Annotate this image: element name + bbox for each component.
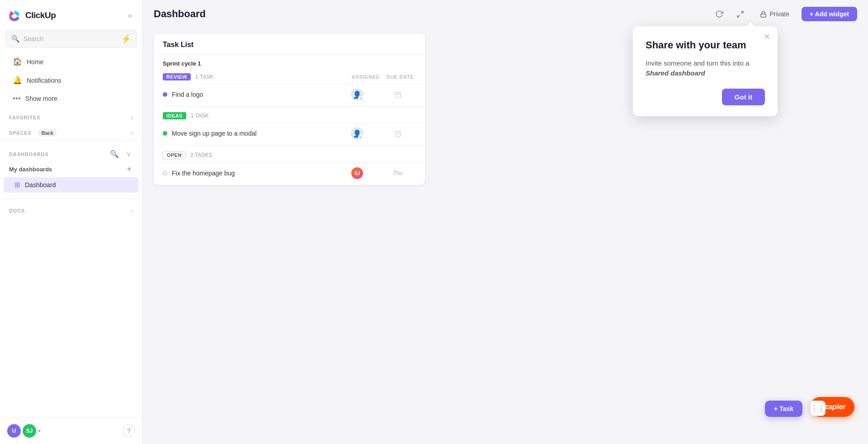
task-row[interactable]: Move sign up page to a modal 👤 + <box>154 123 425 143</box>
assignee-avatar-user[interactable]: SJ <box>351 167 363 179</box>
clickup-logo-icon <box>7 8 22 23</box>
favorites-section: FAVORITES › <box>0 108 142 123</box>
popup-body-italic: Shared dashboard <box>646 69 705 77</box>
task-assignee-field[interactable]: 👤 + <box>339 89 375 100</box>
add-assignee-plus[interactable]: + <box>358 95 363 101</box>
task-count-review: 1 TASK <box>195 74 213 80</box>
home-icon: 🏠 <box>13 57 22 66</box>
add-task-button[interactable]: + Task <box>765 401 802 417</box>
help-button[interactable]: ? <box>123 425 135 437</box>
task-group-review-header: REVIEW 1 TASK ASSIGNEE DUE DATE <box>154 70 425 84</box>
dashboards-section-header: DASHBOARDS 🔍 ∨ <box>0 142 142 161</box>
task-name-homepage-bug: Fix the homepage bug <box>172 170 335 177</box>
spaces-section: SPACES Back › <box>0 123 142 138</box>
task-row[interactable]: Fix the homepage bug SJ Thu <box>154 163 425 183</box>
task-assignee-field[interactable]: 👤 + <box>339 128 375 139</box>
nav-home[interactable]: 🏠 Home <box>4 53 139 71</box>
nav-notifications[interactable]: 🔔 Notifications <box>4 71 139 89</box>
badge-review: REVIEW <box>163 73 191 80</box>
avatar-dropdown-arrow[interactable]: ▾ <box>38 428 41 434</box>
task-group-open-header: OPEN 2 TASKS <box>154 147 425 163</box>
task-count-open: 2 TASKS <box>190 152 212 158</box>
task-name-find-logo: Find a logo <box>172 91 335 98</box>
popup-footer: Got it <box>646 89 765 105</box>
private-label: Private <box>769 10 789 18</box>
sidebar-header: ClickUp « <box>0 0 142 27</box>
task-group-ideas: IDEAS 1 TASK Move sign up page to a moda… <box>154 109 425 143</box>
task-duedate-field[interactable]: Thu <box>380 170 416 176</box>
got-it-button[interactable]: Got it <box>722 89 765 105</box>
popup-title: Share with your team <box>646 39 765 52</box>
badge-open: OPEN <box>163 151 186 159</box>
main-content: Dashboard <box>143 0 868 444</box>
svg-rect-3 <box>395 92 400 97</box>
task-group-ideas-header: IDEAS 1 TASK <box>154 109 425 123</box>
nav-home-label: Home <box>27 58 43 66</box>
add-widget-button[interactable]: + Add widget <box>802 7 857 21</box>
docs-section-header: DOCS › <box>0 201 142 216</box>
dashboard-item-label: Dashboard <box>25 181 56 189</box>
dashboards-search-button[interactable]: 🔍 <box>108 149 121 159</box>
dashboard-item-dashboard[interactable]: ⊞ Dashboard <box>4 177 139 193</box>
task-duedate-field[interactable] <box>380 89 416 100</box>
dashboards-expand-button[interactable]: ∨ <box>124 149 133 159</box>
task-dot-review <box>163 92 167 97</box>
search-bar[interactable]: 🔍 Search ⚡ <box>5 30 137 48</box>
topbar-right: Private + Add widget <box>712 6 857 22</box>
avatar-u: U <box>7 424 21 438</box>
task-count-ideas: 1 TASK <box>191 113 209 119</box>
due-date-text: Thu <box>393 170 403 176</box>
task-duedate-field[interactable] <box>380 128 416 139</box>
collapse-sidebar-button[interactable]: « <box>125 9 135 22</box>
assignee-avatar[interactable]: 👤 + <box>351 128 363 139</box>
bell-icon: 🔔 <box>13 76 22 85</box>
flash-icon: ⚡ <box>121 34 131 44</box>
popup-body-text: Invite someone and turn this into a <box>646 59 749 67</box>
search-icon: 🔍 <box>11 35 20 43</box>
nav-show-more[interactable]: ••• Show more <box>4 90 139 107</box>
sidebar-footer: U SJ ▾ ? <box>0 417 142 444</box>
add-dashboard-button[interactable]: + <box>125 164 133 175</box>
task-list-title: Task List <box>154 33 425 55</box>
add-task-label: + Task <box>774 405 793 412</box>
page-title: Dashboard <box>154 8 206 20</box>
my-dashboards-label: My dashboards <box>9 166 52 173</box>
calendar-icon[interactable] <box>392 89 404 100</box>
add-assignee-plus[interactable]: + <box>358 134 363 140</box>
svg-rect-7 <box>395 131 400 136</box>
task-name-modal: Move sign up page to a modal <box>172 130 335 137</box>
my-dashboards-row: My dashboards + <box>0 161 142 177</box>
badge-ideas: IDEAS <box>163 112 186 119</box>
task-dot-open <box>163 171 167 175</box>
nav-notifications-label: Notifications <box>27 77 61 84</box>
favorites-arrow[interactable]: › <box>131 114 133 121</box>
popup-body: Invite someone and turn this into a Shar… <box>646 58 765 79</box>
logo-area[interactable]: ClickUp <box>7 8 56 23</box>
sprint-label: Sprint cycle 1 <box>154 55 425 70</box>
expand-button[interactable] <box>732 6 748 22</box>
assignee-avatar[interactable]: 👤 + <box>351 89 363 100</box>
task-group-open: OPEN 2 TASKS Fix the homepage bug SJ Thu <box>154 147 425 183</box>
docs-arrow[interactable]: › <box>131 207 133 214</box>
task-assignee-field[interactable]: SJ <box>339 167 375 179</box>
avatar-sj: SJ <box>23 424 36 438</box>
nav-show-more-label: Show more <box>25 95 57 102</box>
zapier-label: zapier <box>825 402 845 411</box>
spaces-arrow[interactable]: › <box>131 130 133 136</box>
popup-close-button[interactable]: ✕ <box>764 33 770 41</box>
dots-icon: ••• <box>13 94 21 103</box>
back-button[interactable]: Back <box>38 129 57 137</box>
task-list-card: Task List Sprint cycle 1 REVIEW 1 TASK A… <box>154 33 425 185</box>
dashboard-grid-icon: ⊞ <box>14 181 20 189</box>
calendar-icon[interactable] <box>392 128 404 139</box>
grid-layout-button[interactable]: ⋮⋮ <box>810 401 826 416</box>
task-row[interactable]: Find a logo 👤 + <box>154 84 425 104</box>
share-popup: ✕ Share with your team Invite someone an… <box>633 26 778 116</box>
task-group-review: REVIEW 1 TASK ASSIGNEE DUE DATE Find a l… <box>154 70 425 104</box>
private-button[interactable]: Private <box>753 7 796 21</box>
sidebar: ClickUp « 🔍 Search ⚡ 🏠 Home 🔔 Notificati… <box>0 0 143 444</box>
col-assignee: ASSIGNEE <box>352 74 380 80</box>
svg-rect-2 <box>761 14 766 17</box>
refresh-button[interactable] <box>712 6 727 22</box>
user-avatar-group[interactable]: U SJ ▾ <box>7 424 41 438</box>
